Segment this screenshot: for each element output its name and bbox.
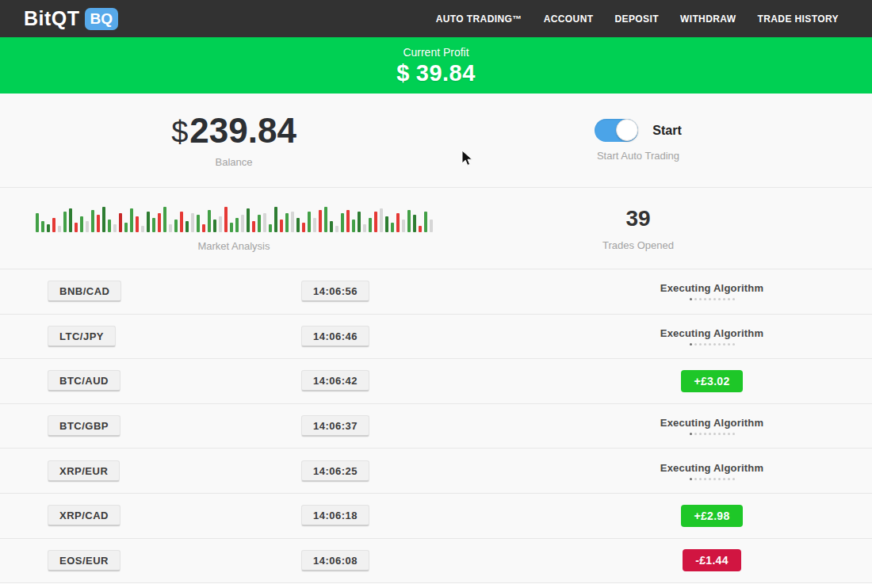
dot [704,433,706,435]
dot [718,433,721,435]
trade-list: BNB/CAD14:06:56Executing AlgorithmLTC/JP… [0,269,872,583]
candle-bar [369,218,372,232]
candle-bar [119,213,122,232]
candle-bar [97,215,100,232]
candle-bar [274,207,277,232]
trade-status: +£2.98 [583,505,840,527]
logo[interactable]: BitQT BQ [24,7,118,30]
logo-text: BitQT [24,7,80,30]
top-nav: BitQT BQ AUTO TRADING™ACCOUNTDEPOSITWITH… [0,0,872,37]
candle-bar [269,224,272,232]
nav-item-account[interactable]: ACCOUNT [544,13,594,25]
market-analysis-block: Market Analysis [32,188,436,269]
result-badge: +£2.98 [681,505,742,527]
candle-bar [308,212,311,232]
nav-item-withdraw[interactable]: WITHDRAW [680,13,736,25]
candle-bar [285,213,289,232]
candle-bar [424,212,427,232]
trade-status: Executing Algorithm [583,462,840,480]
stats-row-market: Market Analysis 39 Trades Opened [0,188,872,269]
candle-bar [63,212,67,232]
candle-bar [419,226,422,232]
candle-bar [346,210,350,232]
dot [723,343,725,346]
pair-chip: BNB/CAD [48,281,121,302]
candle-bar [41,221,44,232]
pair-chip: XRP/CAD [48,505,120,526]
candle-bar [335,226,338,232]
profit-amount: 39.84 [416,60,476,86]
logo-badge-icon: BQ [85,8,119,30]
nav-item-deposit[interactable]: DEPOSIT [614,13,658,25]
nav-item-trade-history[interactable]: TRADE HISTORY [757,13,839,25]
pair-chip: BTC/AUD [48,370,120,391]
candle-bar [191,213,194,232]
pair-chip: EOS/EUR [48,550,120,571]
toggle-knob-icon [616,119,638,141]
candle-bar [47,224,50,232]
trades-opened-value: 39 [625,206,650,231]
dot [709,343,711,346]
table-row: XRP/EUR14:06:25Executing Algorithm [0,449,872,494]
table-row: EOS/EUR14:06:08-£1.44 [0,539,872,584]
stats-row-balance: $239.84 Balance Start Start Auto Trading [0,94,872,188]
auto-trading-label: Start Auto Trading [597,150,679,162]
candle-bar [69,208,72,232]
candle-bar [113,224,117,232]
dot [704,298,706,300]
candle-bar [213,220,216,232]
balance-value: $239.84 [171,113,296,148]
profit-banner-label: Current Profit [0,46,872,59]
time-chip: 14:06:25 [301,460,369,482]
candle-bar [86,221,89,232]
dot [694,298,697,300]
candle-bar [124,223,128,232]
dot [690,478,692,480]
candle-bar [158,213,161,232]
candle-bar [391,223,394,232]
profit-currency: $ [396,60,410,86]
nav-item-auto-trading[interactable]: AUTO TRADING™ [436,13,522,25]
dot [709,478,711,480]
table-row: XRP/CAD14:06:18+£2.98 [0,494,872,539]
pair-chip: XRP/EUR [48,460,120,482]
candle-bar [141,226,144,232]
candle-bar [197,215,200,232]
candle-bar [108,220,111,232]
dot [713,343,716,346]
dot [694,478,697,480]
candle-bar [352,220,355,232]
candle-bar [258,215,261,232]
candle-bar [280,220,283,232]
table-row: BTC/AUD14:06:42+£3.02 [0,359,872,404]
time-chip: 14:06:37 [301,415,369,437]
dot [704,478,706,480]
time-chip: 14:06:46 [301,326,369,347]
dot [709,298,711,300]
candle-bar [413,215,416,232]
dot [690,298,692,300]
result-badge: -£1.44 [683,549,741,571]
auto-trading-toggle[interactable] [595,119,638,142]
time-chip: 14:06:08 [301,550,369,571]
candle-bar [263,213,266,232]
dot [728,433,730,435]
dot [723,298,725,300]
dot [713,433,716,435]
candle-bar [152,218,155,232]
auto-trading-block: Start Start Auto Trading [436,94,840,187]
candle-bar [174,220,178,232]
candle-bar [430,220,433,232]
executing-label: Executing Algorithm [583,462,840,474]
executing-label: Executing Algorithm [583,417,840,429]
progress-dots [583,433,840,435]
candle-bar [75,223,78,232]
candle-bar [180,212,183,232]
nav-menu: AUTO TRADING™ACCOUNTDEPOSITWITHDRAWTRADE… [436,13,839,25]
dot [699,298,702,300]
candle-bar [247,208,250,232]
trade-status: +£3.02 [583,370,840,392]
candle-bar [80,216,83,232]
candle-bar [291,212,294,232]
candle-bar [224,207,228,232]
